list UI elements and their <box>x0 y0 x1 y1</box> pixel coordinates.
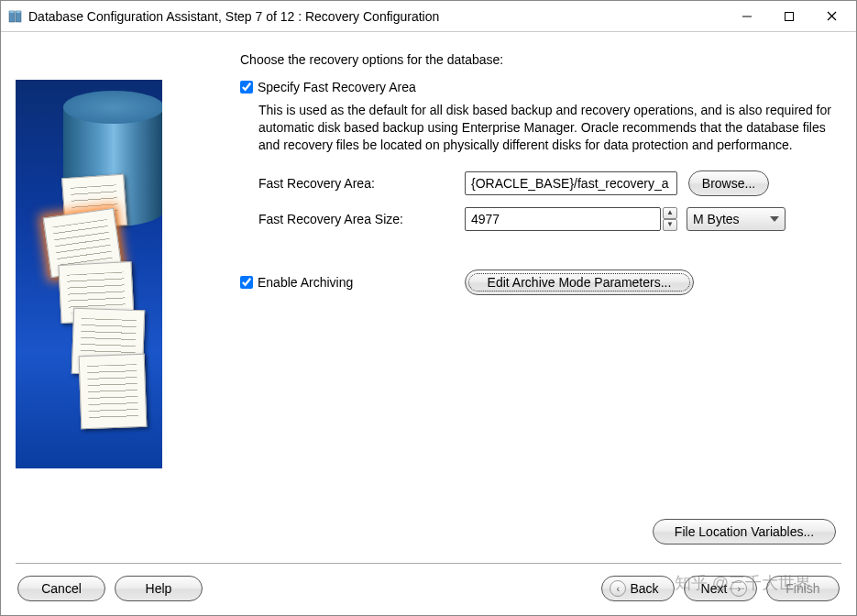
content-area: Choose the recovery options for the data… <box>1 32 856 561</box>
fra-size-input[interactable] <box>465 207 661 231</box>
wizard-footer: Cancel Help ‹ Back Next › Finish <box>1 573 856 615</box>
main-panel: Choose the recovery options for the data… <box>213 52 841 554</box>
enable-archiving-label: Enable Archiving <box>258 275 353 290</box>
window-title: Database Configuration Assistant, Step 7… <box>28 9 726 24</box>
back-button[interactable]: ‹ Back <box>601 576 675 601</box>
svg-point-2 <box>9 10 15 12</box>
close-button[interactable] <box>810 3 852 30</box>
chevron-down-icon <box>770 216 779 222</box>
minimize-icon <box>742 12 752 21</box>
fra-size-label: Fast Recovery Area Size: <box>258 212 465 226</box>
window-controls <box>726 3 852 30</box>
maximize-button[interactable] <box>768 3 810 30</box>
fra-size-spin-up[interactable]: ▲ <box>663 207 677 219</box>
next-button[interactable]: Next › <box>684 576 757 601</box>
enable-archiving-checkbox[interactable] <box>240 276 253 289</box>
chevron-right-icon: › <box>731 580 747 597</box>
footer-separator <box>16 563 841 564</box>
fra-size-row: Fast Recovery Area Size: ▲ ▼ M Bytes <box>258 207 838 231</box>
chevron-left-icon: ‹ <box>610 580 626 597</box>
help-button[interactable]: Help <box>115 576 203 601</box>
fra-path-row: Fast Recovery Area: Browse... <box>258 170 838 196</box>
specify-fra-label: Specify Fast Recovery Area <box>258 80 416 94</box>
enable-archiving-row: Enable Archiving Edit Archive Mode Param… <box>240 270 838 295</box>
page-heading: Choose the recovery options for the data… <box>240 52 838 67</box>
wizard-illustration <box>16 80 162 468</box>
close-icon <box>827 11 837 21</box>
back-label: Back <box>630 581 658 596</box>
next-label: Next <box>701 581 728 596</box>
fra-path-input[interactable] <box>465 171 677 195</box>
svg-rect-5 <box>786 12 794 20</box>
fra-size-unit-select[interactable]: M Bytes <box>687 207 786 231</box>
window: Database Configuration Assistant, Step 7… <box>0 0 857 616</box>
enable-archiving-control[interactable]: Enable Archiving <box>240 275 465 290</box>
fra-size-unit-value: M Bytes <box>693 212 740 226</box>
fra-path-label: Fast Recovery Area: <box>258 176 465 191</box>
wizard-sidebar <box>16 52 213 554</box>
fra-size-spin-down[interactable]: ▼ <box>663 219 677 231</box>
cancel-button[interactable]: Cancel <box>17 576 105 601</box>
edit-archive-parameters-button[interactable]: Edit Archive Mode Parameters... <box>465 270 694 295</box>
svg-point-3 <box>16 10 21 12</box>
browse-button[interactable]: Browse... <box>688 170 769 196</box>
app-icon <box>8 9 23 24</box>
titlebar: Database Configuration Assistant, Step 7… <box>1 1 856 32</box>
finish-button[interactable]: Finish <box>766 576 840 601</box>
specify-fra-checkbox[interactable] <box>240 81 253 94</box>
file-location-variables-button[interactable]: File Location Variables... <box>653 519 836 544</box>
specify-fra-row[interactable]: Specify Fast Recovery Area <box>240 80 838 94</box>
minimize-button[interactable] <box>726 3 768 30</box>
maximize-icon <box>785 12 794 21</box>
fra-description: This is used as the default for all disk… <box>258 102 838 154</box>
